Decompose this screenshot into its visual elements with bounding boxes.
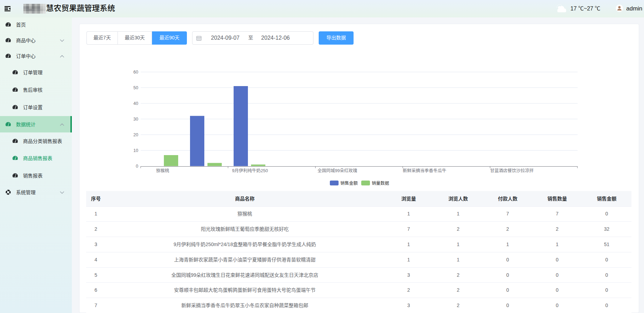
svg-text:全国同城99朵红玫瑰: 全国同城99朵红玫瑰 [318, 167, 357, 174]
svg-text:40: 40 [134, 100, 138, 106]
svg-text:甘蓝酒店餐饮沙拉凉拌: 甘蓝酒店餐饮沙拉凉拌 [490, 167, 534, 174]
svg-text:10: 10 [134, 147, 138, 153]
svg-text:0: 0 [136, 162, 138, 169]
svg-text:9月伊利纯牛奶250: 9月伊利纯牛奶250 [232, 167, 268, 174]
svg-text:20: 20 [134, 131, 138, 138]
svg-text:新鲜采摘当季香冬瓜牛: 新鲜采摘当季香冬瓜牛 [403, 167, 446, 174]
svg-text:60: 60 [134, 68, 138, 75]
svg-text:销量数据: 销量数据 [372, 180, 389, 186]
svg-text:30: 30 [134, 115, 138, 122]
svg-text:销售金额: 销售金额 [340, 180, 358, 186]
svg-text:猕猴桃: 猕猴桃 [156, 167, 169, 174]
svg-text:50: 50 [134, 84, 138, 91]
